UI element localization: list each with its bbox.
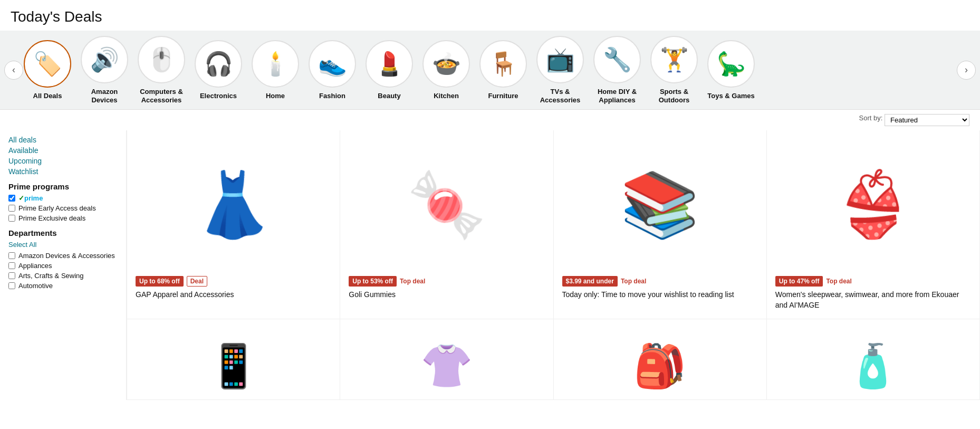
prime-item-label-prime-early-access: Prime Early Access deals — [18, 204, 96, 212]
dept-label-arts-crafts: Arts, Crafts & Sewing — [18, 272, 84, 280]
deal-badges-goli-gummies: Up to 53% offTop deal — [349, 276, 544, 287]
category-circle-sports-outdoors: 🏋️ — [650, 36, 698, 83]
category-item-all-deals[interactable]: 🏷️ All Deals — [21, 40, 74, 100]
partial-deal-card-partial-4[interactable]: 🧴 — [767, 319, 980, 400]
category-label-tvs-accessories: TVs & Accessories — [534, 88, 587, 104]
category-label-all-deals: All Deals — [33, 92, 62, 100]
category-icon-electronics: 🎧 — [204, 50, 233, 78]
dept-item-arts-crafts: Arts, Crafts & Sewing — [8, 272, 118, 280]
category-item-toys-games[interactable]: 🦕 Toys & Games — [705, 40, 757, 100]
prime-label: ✓prime — [18, 194, 43, 202]
partial-deal-card-partial-2[interactable]: 👚 — [340, 319, 553, 400]
category-item-kitchen[interactable]: 🍲 Kitchen — [420, 40, 473, 100]
sidebar-link-watchlist[interactable]: Watchlist — [8, 167, 118, 176]
category-item-computers-accessories[interactable]: 🖱️ Computers & Accessories — [135, 36, 188, 104]
dept-checkbox-automotive[interactable] — [8, 282, 15, 289]
category-icon-fashion: 👟 — [318, 50, 347, 78]
partial-deal-emoji-partial-4: 🧴 — [847, 341, 899, 391]
deal-card-womens-sleepwear[interactable]: 👙Up to 47% offTop dealWomen's sleepwear,… — [767, 130, 980, 319]
prime-item-label-prime-exclusive: Prime Exclusive deals — [18, 214, 85, 222]
deal-badges-gap-apparel: Up to 68% offDeal — [136, 276, 331, 287]
partial-deal-card-partial-3[interactable]: 🎒 — [554, 319, 767, 400]
deal-card-gap-apparel[interactable]: 👗Up to 68% offDealGAP Apparel and Access… — [127, 130, 340, 319]
dept-checkbox-appliances[interactable] — [8, 262, 15, 269]
sort-bar: Sort by: FeaturedPrice: Low to HighPrice… — [0, 110, 980, 130]
prime-checkbox-prime[interactable] — [8, 195, 15, 202]
deal-emoji-books-deal: 📚 — [620, 168, 699, 242]
select-all-link[interactable]: Select All — [8, 241, 118, 249]
prime-programs-title: Prime programs — [8, 182, 118, 191]
category-item-fashion[interactable]: 👟 Fashion — [306, 40, 359, 100]
deal-emoji-gap-apparel: 👗 — [194, 168, 273, 242]
category-icon-all-deals: 🏷️ — [33, 50, 62, 78]
sidebar-link-upcoming[interactable]: Upcoming — [8, 157, 118, 165]
category-item-home-diy[interactable]: 🔧 Home DIY & Appliances — [591, 36, 643, 104]
category-item-electronics[interactable]: 🎧 Electronics — [192, 40, 245, 100]
prime-item-prime-early-access: Prime Early Access deals — [8, 204, 118, 212]
prime-item-prime-exclusive: Prime Exclusive deals — [8, 214, 118, 222]
dept-item-appliances: Appliances — [8, 262, 118, 270]
partial-deal-emoji-partial-2: 👚 — [420, 341, 473, 391]
category-scroll-left[interactable]: ‹ — [4, 61, 23, 80]
category-label-sports-outdoors: Sports & Outdoors — [648, 88, 700, 104]
deal-image-goli-gummies: 🍬 — [349, 139, 544, 271]
category-label-fashion: Fashion — [319, 92, 345, 100]
deal-image-gap-apparel: 👗 — [136, 139, 331, 271]
category-icon-toys-games: 🦕 — [717, 50, 746, 78]
deal-badges-womens-sleepwear: Up to 47% offTop deal — [775, 276, 971, 287]
prime-checkbox-prime-exclusive[interactable] — [8, 215, 15, 222]
prime-check-icon: ✓ — [18, 194, 24, 202]
deal-title-gap-apparel: GAP Apparel and Accessories — [136, 290, 331, 300]
page-title: Today's Deals — [0, 0, 980, 31]
category-icon-home-diy: 🔧 — [603, 46, 632, 73]
partial-deal-emoji-partial-1: 📱 — [207, 341, 260, 391]
category-label-furniture: Furniture — [488, 92, 518, 100]
category-item-beauty[interactable]: 💄 Beauty — [363, 40, 416, 100]
category-item-furniture[interactable]: 🪑 Furniture — [477, 40, 530, 100]
category-icon-computers-accessories: 🖱️ — [147, 46, 176, 73]
deal-card-books-deal[interactable]: 📚$3.99 and underTop dealToday only: Time… — [554, 130, 767, 319]
deal-type-badge-books-deal: Top deal — [621, 278, 646, 285]
dept-checkbox-arts-crafts[interactable] — [8, 272, 15, 279]
category-item-home[interactable]: 🕯️ Home — [249, 40, 302, 100]
dept-checkbox-amazon-devices[interactable] — [8, 252, 15, 259]
partial-deal-card-partial-1[interactable]: 📱 — [127, 319, 340, 400]
category-scroll-container: 🏷️ All Deals 🔊 Amazon Devices 🖱️ Compute… — [0, 36, 980, 104]
category-icon-kitchen: 🍲 — [432, 50, 461, 78]
deal-discount-badge-books-deal: $3.99 and under — [562, 276, 618, 287]
category-item-amazon-devices[interactable]: 🔊 Amazon Devices — [78, 36, 131, 104]
category-icon-beauty: 💄 — [375, 50, 404, 78]
deal-type-badge-gap-apparel: Deal — [187, 276, 207, 287]
category-icon-home: 🕯️ — [261, 50, 290, 78]
category-label-toys-games: Toys & Games — [707, 92, 754, 100]
deal-emoji-goli-gummies: 🍬 — [407, 168, 486, 242]
departments-title: Departments — [8, 228, 118, 237]
category-circle-tvs-accessories: 📺 — [536, 36, 584, 83]
category-circle-fashion: 👟 — [309, 40, 356, 88]
category-scroll-right[interactable]: › — [957, 61, 976, 80]
category-icon-amazon-devices: 🔊 — [90, 46, 119, 73]
sidebar-link-all-deals[interactable]: All deals — [8, 136, 118, 144]
category-label-amazon-devices: Amazon Devices — [78, 88, 131, 104]
deal-discount-badge-womens-sleepwear: Up to 47% off — [775, 276, 823, 287]
dept-item-amazon-devices: Amazon Devices & Accessories — [8, 252, 118, 260]
deal-discount-badge-gap-apparel: Up to 68% off — [136, 276, 184, 287]
category-label-electronics: Electronics — [200, 92, 237, 100]
sort-select[interactable]: FeaturedPrice: Low to HighPrice: High to… — [885, 114, 969, 126]
deal-image-womens-sleepwear: 👙 — [775, 139, 971, 271]
category-label-beauty: Beauty — [378, 92, 400, 100]
dept-label-appliances: Appliances — [18, 262, 52, 270]
category-label-home: Home — [266, 92, 285, 100]
category-bar: ‹ 🏷️ All Deals 🔊 Amazon Devices 🖱️ Compu… — [0, 31, 980, 110]
category-label-computers-accessories: Computers & Accessories — [135, 88, 188, 104]
partial-deal-image-partial-1: 📱 — [136, 328, 331, 391]
category-circle-toys-games: 🦕 — [707, 40, 755, 88]
partial-deal-image-partial-3: 🎒 — [562, 328, 758, 391]
sidebar-link-available[interactable]: Available — [8, 146, 118, 155]
deal-card-goli-gummies[interactable]: 🍬Up to 53% offTop dealGoli Gummies — [340, 130, 553, 319]
dept-label-automotive: Automotive — [18, 282, 53, 290]
category-circle-beauty: 💄 — [366, 40, 413, 88]
category-item-sports-outdoors[interactable]: 🏋️ Sports & Outdoors — [648, 36, 700, 104]
prime-checkbox-prime-early-access[interactable] — [8, 205, 15, 212]
category-item-tvs-accessories[interactable]: 📺 TVs & Accessories — [534, 36, 587, 104]
